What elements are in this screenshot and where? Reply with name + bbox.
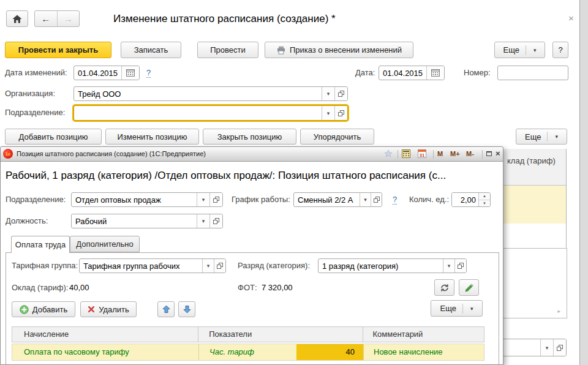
- dlg-department-dropdown-button[interactable]: ▾: [197, 193, 209, 206]
- change-date-calendar-button[interactable]: [121, 66, 139, 80]
- date-input[interactable]: [379, 66, 426, 80]
- department-input[interactable]: [74, 106, 322, 120]
- date-calendar-button[interactable]: [426, 66, 444, 80]
- main-close-icon[interactable]: ×: [568, 13, 574, 23]
- 1c-logo-icon: 1с: [3, 149, 13, 159]
- chevron-down-icon: ▾: [202, 197, 205, 203]
- window-scrollbar[interactable]: [579, 0, 588, 365]
- change-date-input[interactable]: [74, 66, 121, 80]
- accrual-comment-cell[interactable]: Новое начисление: [374, 344, 443, 360]
- refresh-button[interactable]: [434, 279, 454, 296]
- role-open-button[interactable]: [209, 214, 222, 228]
- salary-column-header: клад (тариф): [507, 156, 556, 165]
- change-date-help-link[interactable]: ?: [146, 68, 151, 78]
- salary-value: 40,00: [69, 280, 89, 295]
- dialog-titlebar[interactable]: 1с Позиция штатного расписания (создание…: [1, 147, 503, 162]
- dialog-close-icon[interactable]: ×: [496, 149, 500, 158]
- divider: [547, 132, 548, 141]
- grade-label: Разряд (категория):: [238, 258, 310, 273]
- memory-button[interactable]: M: [437, 150, 443, 157]
- close-position-button[interactable]: Закрыть позицию: [203, 129, 296, 145]
- svg-text:31: 31: [420, 152, 424, 158]
- accrual-delete-label: Удалить: [99, 305, 129, 314]
- department-open-button[interactable]: [334, 106, 347, 120]
- tab-additional[interactable]: Дополнительно: [70, 236, 140, 252]
- role-input[interactable]: [72, 214, 197, 228]
- post-and-close-button[interactable]: Провести и закрыть: [5, 42, 111, 58]
- move-down-button[interactable]: [178, 301, 195, 317]
- spin-up-button[interactable]: ▲: [479, 193, 490, 200]
- chevron-down-icon: ▾: [470, 306, 473, 312]
- edit-pencil-button[interactable]: [459, 279, 479, 296]
- open-icon: [337, 110, 345, 117]
- date-field: [379, 66, 445, 80]
- main-more-button[interactable]: Еще ▾: [494, 42, 545, 58]
- schedule-open-button[interactable]: [371, 193, 382, 206]
- fot-label: ФОТ:: [238, 280, 257, 295]
- accrual-delete-button[interactable]: Удалить: [80, 301, 137, 317]
- open-icon: [373, 196, 380, 203]
- department-dropdown-button[interactable]: ▾: [322, 106, 334, 120]
- edit-position-button[interactable]: Изменить позицию: [105, 129, 199, 145]
- schedule-help-link[interactable]: ?: [393, 195, 397, 205]
- open-icon: [213, 217, 220, 225]
- back-button[interactable]: ←: [35, 11, 58, 26]
- grade-open-button[interactable]: [454, 259, 466, 273]
- memory-plus-button[interactable]: M+: [450, 150, 460, 157]
- accrual-name-cell[interactable]: Оплата по часовому тарифу: [24, 344, 129, 360]
- schedule-input[interactable]: [294, 193, 360, 206]
- organization-dropdown-button[interactable]: ▾: [322, 87, 334, 100]
- accrual-value-cell[interactable]: 40: [296, 344, 363, 360]
- post-button[interactable]: Провести: [197, 42, 258, 58]
- memory-minus-button[interactable]: M-: [466, 150, 474, 157]
- tariff-group-open-button[interactable]: [214, 259, 225, 273]
- resize-grip-icon[interactable]: ▸: [557, 308, 560, 314]
- add-position-button[interactable]: Добавить позицию: [5, 129, 102, 145]
- schedule-dropdown-button[interactable]: ▾: [360, 193, 371, 206]
- accruals-table-header: Начисление Показатели Комментарий: [12, 326, 484, 342]
- dlg-department-open-button[interactable]: [209, 193, 222, 206]
- role-dropdown-button[interactable]: ▾: [197, 214, 209, 228]
- open-icon: [556, 344, 564, 352]
- favorite-star-icon[interactable]: [384, 149, 393, 157]
- column-header-comment[interactable]: Комментарий: [363, 327, 484, 342]
- dlg-department-label: Подразделение:: [6, 192, 66, 207]
- grade-dropdown-button[interactable]: ▾: [443, 259, 454, 273]
- quantity-input[interactable]: [452, 193, 478, 206]
- order-button[interactable]: Упорядочить: [300, 129, 374, 145]
- positions-more-button[interactable]: Еще ▾: [516, 129, 567, 145]
- grade-input[interactable]: [318, 259, 443, 273]
- calculator-icon[interactable]: [402, 149, 410, 158]
- calendar-day-icon[interactable]: 31: [418, 149, 426, 158]
- close-position-label: Закрыть позицию: [217, 132, 282, 141]
- move-up-button[interactable]: [157, 301, 175, 317]
- accrual-indicator-cell[interactable]: Час. тариф: [209, 344, 254, 360]
- organization-open-button[interactable]: [334, 87, 347, 100]
- order-label: Упорядочить: [314, 132, 361, 141]
- chevron-down-icon: ▾: [546, 345, 549, 351]
- tab-pay[interactable]: Оплата труда: [11, 236, 70, 253]
- organization-input[interactable]: [74, 87, 322, 100]
- background-open-button[interactable]: [553, 339, 566, 356]
- print-order-button[interactable]: Приказ о внесении изменений: [265, 42, 413, 58]
- forward-button[interactable]: →: [58, 11, 80, 26]
- accrual-table-row[interactable]: Оплата по часовому тарифу Час. тариф 40 …: [12, 344, 484, 361]
- number-input[interactable]: [498, 66, 568, 80]
- tariff-group-input[interactable]: [80, 259, 202, 273]
- main-help-button[interactable]: ?: [552, 42, 568, 58]
- home-button[interactable]: [6, 10, 28, 27]
- number-field: [497, 66, 568, 80]
- save-button[interactable]: Записать: [121, 42, 181, 58]
- chevron-down-icon: ▾: [448, 263, 451, 269]
- spin-down-button[interactable]: ▼: [479, 200, 490, 207]
- column-header-accrual[interactable]: Начисление: [12, 327, 198, 342]
- dlg-department-input[interactable]: [72, 193, 197, 206]
- column-header-indicators[interactable]: Показатели: [198, 327, 363, 342]
- tariff-group-dropdown-button[interactable]: ▾: [202, 259, 214, 273]
- back-icon: ←: [41, 13, 50, 24]
- accruals-more-button[interactable]: Еще ▾: [431, 300, 483, 317]
- accrual-add-button[interactable]: Добавить: [12, 301, 75, 317]
- maximize-icon[interactable]: [486, 151, 492, 156]
- background-dropdown-button[interactable]: ▾: [540, 339, 553, 356]
- dialog-header: Рабочий, 1 разряд (категория) /Отдел опт…: [6, 170, 446, 182]
